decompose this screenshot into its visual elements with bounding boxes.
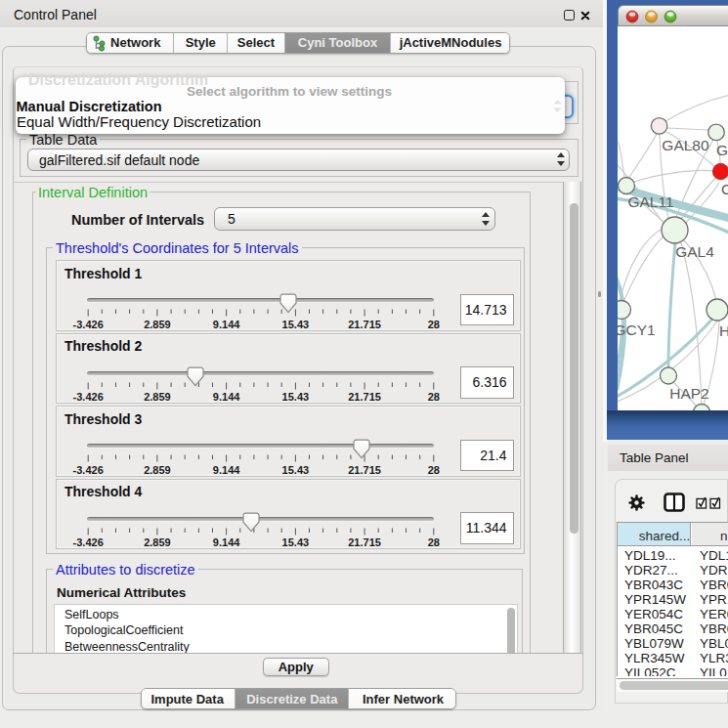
svg-text:H: H [719,322,728,339]
svg-text:GAL11: GAL11 [627,193,673,210]
svg-text:GAL4: GAL4 [675,243,714,260]
svg-text:C: C [721,181,728,197]
svg-text:GA: GA [716,142,728,158]
svg-text:GAL80: GAL80 [662,137,709,153]
svg-text:GCY1: GCY1 [618,321,656,338]
svg-text:HAP2: HAP2 [669,385,709,402]
